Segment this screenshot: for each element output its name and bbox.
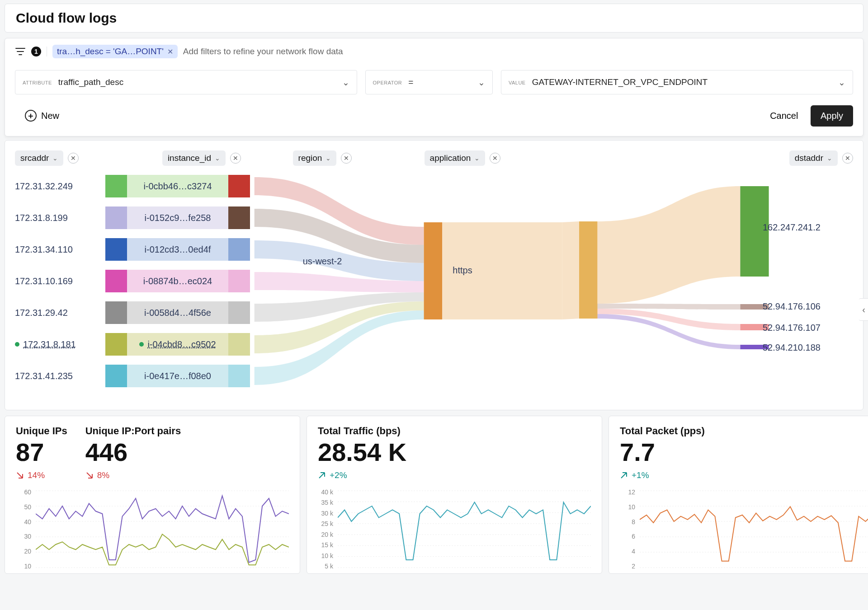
page-title: Cloud flow logs (16, 10, 852, 26)
cancel-button[interactable]: Cancel (760, 105, 808, 127)
srcaddr-label: 172.31.41.235 (15, 365, 105, 387)
metric-value: 7.7 (620, 440, 868, 465)
apply-button[interactable]: Apply (811, 105, 853, 127)
srcaddr-label: 172.31.8.181 (15, 333, 105, 356)
dst-label: 52.94.176.107 (763, 323, 821, 333)
metric-title: Unique IP:Port pairs (85, 425, 181, 437)
value-value: GATEWAY-INTERNET_OR_VPC_ENDPOINT (532, 77, 832, 87)
dim-region[interactable]: region⌄ (293, 150, 337, 166)
metric-card-traffic: Total Traffic (bps) 28.54 K +2% 40 k35 k… (307, 416, 602, 574)
divider (47, 47, 47, 56)
dst-label: 162.247.241.2 (763, 222, 821, 233)
chevron-down-icon: ⌄ (326, 155, 331, 162)
dst-label: 52.94.176.106 (763, 301, 821, 312)
application-label: https (453, 265, 472, 276)
collapse-handle[interactable]: ‹ (859, 298, 868, 321)
instance-row: i-08874b…ec024 (105, 270, 250, 292)
active-filter-chip[interactable]: tra…h_desc = 'GA…POINT' ✕ (52, 45, 178, 58)
metric-title: Unique IPs (16, 425, 67, 437)
attribute-select[interactable]: ATTRIBUTE traffic_path_desc ⌄ (15, 70, 357, 94)
dim-dstaddr[interactable]: dstaddr⌄ (789, 150, 838, 166)
remove-dim-srcaddr[interactable]: ✕ (68, 153, 79, 164)
metric-title: Total Packet (pps) (620, 425, 868, 437)
filter-count-badge: 1 (31, 47, 41, 56)
value-select[interactable]: VALUE GATEWAY-INTERNET_OR_VPC_ENDPOINT ⌄ (501, 70, 853, 94)
attribute-value: traffic_path_desc (58, 77, 336, 87)
srcaddr-label: 172.31.34.110 (15, 238, 105, 261)
operator-select[interactable]: OPERATOR = ⌄ (365, 70, 493, 94)
instance-row: i-0058d4…4f56e (105, 301, 250, 324)
dst-label: 52.94.210.188 (763, 343, 821, 353)
attribute-label: ATTRIBUTE (23, 78, 52, 86)
instance-row: i-0e417e…f08e0 (105, 365, 250, 387)
new-filter-button[interactable]: ＋ New (15, 104, 69, 127)
remove-dim-region[interactable]: ✕ (341, 153, 352, 164)
plus-icon: ＋ (25, 110, 37, 122)
operator-value: = (408, 77, 472, 87)
instance-row: i-0152c9…fe258 (105, 206, 250, 229)
new-label: New (41, 111, 59, 121)
dim-instance-id[interactable]: instance_id⌄ (162, 150, 226, 166)
dim-application[interactable]: application⌄ (425, 150, 486, 166)
srcaddr-label: 172.31.10.169 (15, 270, 105, 292)
chevron-down-icon: ⌄ (52, 155, 58, 162)
filter-hint: Add filters to refine your network flow … (183, 47, 343, 56)
remove-dim-dstaddr[interactable]: ✕ (842, 153, 853, 164)
value-label: VALUE (509, 78, 526, 86)
srcaddr-label: 172.31.8.199 (15, 206, 105, 229)
metric-value: 446 (85, 440, 181, 465)
metric-delta: 14% (16, 470, 67, 480)
chip-label: tra…h_desc = 'GA…POINT' (57, 47, 164, 56)
operator-label: OPERATOR (373, 78, 402, 86)
metric-value: 87 (16, 440, 67, 465)
instance-row: i-012cd3…0ed4f (105, 238, 250, 261)
metric-value: 28.54 K (318, 440, 591, 465)
srcaddr-label: 172.31.32.249 (15, 175, 105, 197)
metric-delta: 8% (85, 470, 181, 480)
metric-delta: +2% (318, 470, 591, 480)
close-icon[interactable]: ✕ (167, 47, 173, 56)
instance-row: i-0cbb46…c3274 (105, 175, 250, 197)
chevron-down-icon: ⌄ (215, 155, 220, 162)
chevron-down-icon: ⌄ (478, 77, 485, 88)
chevron-down-icon: ⌄ (827, 155, 832, 162)
metric-card-unique: Unique IPs 87 14% Unique IP:Port pairs 4… (5, 416, 300, 574)
dim-srcaddr[interactable]: srcaddr⌄ (15, 150, 63, 166)
metric-card-packet: Total Packet (pps) 7.7 +1% 12108642 (609, 416, 868, 574)
metric-title: Total Traffic (bps) (318, 425, 591, 437)
srcaddr-label: 172.31.29.42 (15, 301, 105, 324)
metric-delta: +1% (620, 470, 868, 480)
remove-dim-instance-id[interactable]: ✕ (230, 153, 241, 164)
instance-row: i-04cbd8…c9502 (105, 333, 250, 356)
chevron-down-icon: ⌄ (474, 155, 480, 162)
region-label: us-west-2 (303, 256, 342, 267)
filter-icon[interactable] (15, 46, 26, 57)
chevron-down-icon: ⌄ (838, 77, 845, 88)
chevron-down-icon: ⌄ (342, 77, 349, 88)
remove-dim-application[interactable]: ✕ (490, 153, 500, 164)
